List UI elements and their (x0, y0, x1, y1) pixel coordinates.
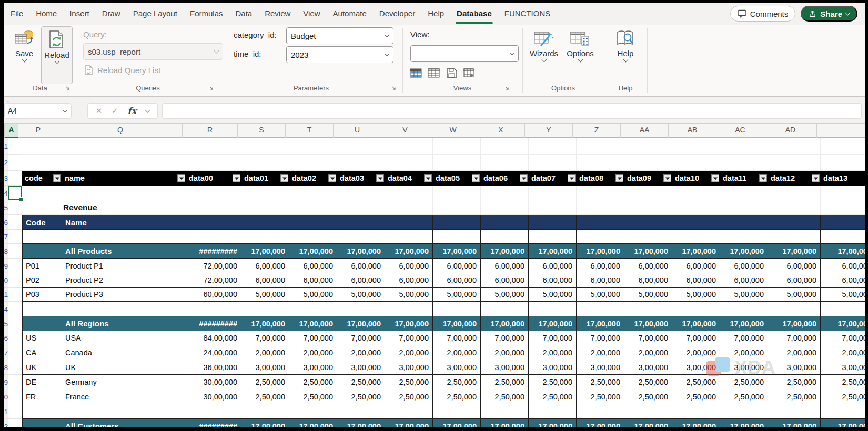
blank-cell[interactable] (577, 404, 624, 419)
data-cell[interactable]: Product P1 (62, 259, 186, 273)
data-cell[interactable]: 7,00,000 (289, 331, 337, 345)
data-cell[interactable]: 5,00,000 (720, 288, 768, 302)
data-cell[interactable]: P03 (22, 288, 62, 302)
cell-A[interactable] (8, 138, 22, 155)
column-header-P[interactable]: P (18, 123, 58, 138)
row-header[interactable]: 1 (4, 404, 8, 419)
cell[interactable] (768, 186, 821, 200)
blank-cell[interactable] (720, 302, 768, 316)
data-cell[interactable]: 3,00,000 (821, 360, 868, 375)
blank-cell[interactable] (529, 302, 577, 316)
filter-header-cell[interactable]: data03 (337, 171, 385, 186)
blank-cell[interactable] (62, 230, 186, 244)
blank-cell[interactable] (624, 404, 672, 419)
total-row-cell[interactable]: 17,00,000 (481, 419, 529, 427)
cell[interactable] (62, 186, 186, 200)
data-cell[interactable]: 7,00,000 (720, 331, 768, 345)
data-cell[interactable]: 2,50,000 (672, 389, 720, 404)
data-cell[interactable]: 2,50,000 (481, 389, 529, 404)
cell[interactable] (720, 138, 768, 155)
cell[interactable] (22, 200, 62, 215)
cell[interactable] (624, 155, 672, 171)
data-cell[interactable]: 2,00,000 (672, 345, 720, 360)
tab-home[interactable]: Home (29, 3, 63, 25)
query-select[interactable]: s03.usp_report (83, 43, 223, 60)
data-cell[interactable]: P01 (22, 259, 62, 273)
total-row-cell[interactable]: 17,00,000 (385, 244, 433, 259)
data-cell[interactable]: 6,00,000 (672, 259, 720, 273)
total-row-cell[interactable]: 17,00,000 (577, 244, 624, 259)
insert-function-icon[interactable]: fx (127, 106, 136, 116)
total-row-cell[interactable]: 17,00,000 (720, 316, 768, 331)
cell[interactable] (768, 138, 821, 155)
blank-cell[interactable] (337, 404, 385, 419)
total-row-cell[interactable]: 17,00,000 (624, 244, 672, 259)
data-cell[interactable]: USA (62, 331, 186, 345)
data-cell[interactable]: 6,00,000 (433, 259, 481, 273)
cell[interactable] (22, 186, 62, 200)
total-row-cell[interactable]: 17,00,000 (821, 316, 868, 331)
filter-header-cell[interactable]: data06 (481, 171, 529, 186)
cell-A[interactable] (8, 316, 22, 331)
blank-cell[interactable] (672, 230, 720, 244)
selected-cell-A4[interactable] (8, 186, 22, 200)
blank-cell[interactable] (337, 302, 385, 316)
cell[interactable] (241, 155, 289, 171)
blank-cell[interactable] (672, 404, 720, 419)
cell[interactable] (768, 155, 821, 171)
total-row-cell[interactable]: All Customers (62, 419, 186, 427)
cell[interactable] (624, 200, 672, 215)
blank-cell[interactable] (186, 404, 241, 419)
blank-cell[interactable] (720, 404, 768, 419)
cell-A[interactable] (8, 375, 22, 389)
view-table-grid-icon[interactable] (427, 67, 440, 79)
cell[interactable] (289, 200, 337, 215)
table-header-cell[interactable] (529, 215, 577, 230)
filter-header-cell[interactable]: data00 (186, 171, 241, 186)
total-row-cell[interactable]: 17,00,000 (768, 419, 821, 427)
cell[interactable] (241, 186, 289, 200)
total-row-cell[interactable]: 17,00,000 (821, 419, 868, 427)
column-header-W[interactable]: W (429, 123, 477, 138)
data-cell[interactable]: 72,00,000 (186, 259, 241, 273)
total-row-cell[interactable]: 17,00,000 (289, 244, 337, 259)
table-header-cell[interactable]: Name (62, 215, 186, 230)
filter-header-cell[interactable]: data13 (821, 171, 868, 186)
cell-A[interactable] (8, 171, 22, 186)
total-row-cell[interactable]: 17,00,000 (720, 419, 768, 427)
data-cell[interactable]: 6,00,000 (577, 273, 624, 288)
cell-A[interactable] (8, 360, 22, 375)
help-button[interactable]: Help (609, 26, 642, 61)
data-cell[interactable]: 6,00,000 (672, 273, 720, 288)
cell[interactable] (433, 186, 481, 200)
blank-cell[interactable] (62, 302, 186, 316)
data-cell[interactable]: 6,00,000 (481, 273, 529, 288)
data-cell[interactable]: 5,00,000 (337, 288, 385, 302)
data-cell[interactable]: Product P3 (62, 288, 186, 302)
row-header[interactable]: 6 (4, 215, 8, 230)
total-row-cell[interactable]: 17,00,000 (481, 316, 529, 331)
blank-cell[interactable] (768, 404, 821, 419)
dialog-launcher-icon[interactable] (208, 85, 215, 91)
filter-header-cell[interactable]: data11 (720, 171, 768, 186)
data-cell[interactable]: 24,00,000 (186, 345, 241, 360)
cell[interactable] (672, 200, 720, 215)
data-cell[interactable]: 6,00,000 (529, 273, 577, 288)
data-cell[interactable]: 6,00,000 (289, 273, 337, 288)
table-header-cell[interactable] (433, 215, 481, 230)
data-cell[interactable]: 5,00,000 (624, 288, 672, 302)
view-select[interactable] (410, 45, 519, 62)
data-cell[interactable]: 2,00,000 (289, 345, 337, 360)
total-row-cell[interactable]: 17,00,000 (672, 244, 720, 259)
tab-formulas[interactable]: Formulas (184, 3, 229, 25)
column-header-AB[interactable]: AB (669, 123, 716, 138)
total-row-cell[interactable] (22, 419, 62, 427)
total-row-cell[interactable]: 17,00,000 (821, 244, 868, 259)
data-cell[interactable]: 3,00,000 (529, 360, 577, 375)
blank-cell[interactable] (768, 230, 821, 244)
comments-button[interactable]: Comments (730, 6, 796, 22)
row-header[interactable]: 4 (4, 186, 8, 200)
data-cell[interactable]: Canada (62, 345, 186, 360)
cell[interactable] (433, 200, 481, 215)
data-cell[interactable]: 6,00,000 (241, 273, 289, 288)
